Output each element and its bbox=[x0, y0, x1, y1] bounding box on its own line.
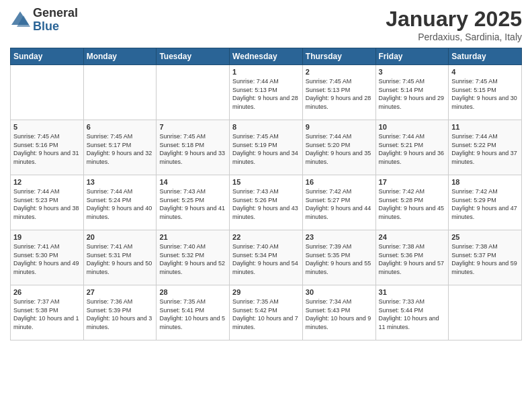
table-row: 13Sunrise: 7:44 AMSunset: 5:24 PMDayligh… bbox=[83, 175, 157, 230]
header-monday: Monday bbox=[83, 48, 157, 65]
day-number: 10 bbox=[379, 123, 446, 131]
header-wednesday: Wednesday bbox=[230, 48, 303, 65]
title-section: January 2025 Perdaxius, Sardinia, Italy bbox=[386, 7, 522, 42]
header-sunday: Sunday bbox=[11, 48, 84, 65]
day-number: 2 bbox=[306, 68, 373, 76]
day-number: 18 bbox=[451, 178, 519, 186]
table-row: 1Sunrise: 7:44 AMSunset: 5:13 PMDaylight… bbox=[230, 65, 303, 120]
day-info: Sunrise: 7:35 AMSunset: 5:41 PMDaylight:… bbox=[159, 298, 226, 331]
table-row: 17Sunrise: 7:42 AMSunset: 5:28 PMDayligh… bbox=[375, 175, 449, 230]
header-row: Sunday Monday Tuesday Wednesday Thursday… bbox=[11, 48, 522, 65]
day-info: Sunrise: 7:33 AMSunset: 5:44 PMDaylight:… bbox=[379, 298, 446, 331]
calendar-week-row: 5Sunrise: 7:45 AMSunset: 5:16 PMDaylight… bbox=[11, 120, 522, 175]
logo-blue: Blue bbox=[33, 20, 78, 34]
header-tuesday: Tuesday bbox=[157, 48, 230, 65]
day-number: 6 bbox=[87, 123, 154, 131]
day-number: 23 bbox=[306, 233, 373, 241]
calendar-header: Sunday Monday Tuesday Wednesday Thursday… bbox=[11, 48, 522, 65]
calendar-table: Sunday Monday Tuesday Wednesday Thursday… bbox=[10, 48, 522, 340]
table-row bbox=[157, 65, 230, 120]
table-row: 11Sunrise: 7:44 AMSunset: 5:22 PMDayligh… bbox=[449, 120, 522, 175]
day-number: 7 bbox=[159, 123, 226, 131]
day-info: Sunrise: 7:38 AMSunset: 5:36 PMDaylight:… bbox=[379, 242, 446, 276]
month-title: January 2025 bbox=[386, 7, 522, 32]
day-number: 4 bbox=[451, 68, 519, 76]
table-row: 6Sunrise: 7:45 AMSunset: 5:17 PMDaylight… bbox=[83, 120, 157, 175]
table-row: 7Sunrise: 7:45 AMSunset: 5:18 PMDaylight… bbox=[157, 120, 230, 175]
table-row: 21Sunrise: 7:40 AMSunset: 5:32 PMDayligh… bbox=[157, 230, 230, 285]
day-info: Sunrise: 7:38 AMSunset: 5:37 PMDaylight:… bbox=[451, 242, 519, 276]
day-info: Sunrise: 7:39 AMSunset: 5:35 PMDaylight:… bbox=[306, 242, 373, 276]
table-row: 4Sunrise: 7:45 AMSunset: 5:15 PMDaylight… bbox=[449, 65, 522, 120]
table-row: 25Sunrise: 7:38 AMSunset: 5:37 PMDayligh… bbox=[449, 230, 522, 285]
day-info: Sunrise: 7:37 AMSunset: 5:38 PMDaylight:… bbox=[13, 298, 81, 331]
day-info: Sunrise: 7:44 AMSunset: 5:20 PMDaylight:… bbox=[306, 132, 373, 166]
day-number: 26 bbox=[13, 288, 81, 296]
day-info: Sunrise: 7:41 AMSunset: 5:31 PMDaylight:… bbox=[87, 242, 154, 276]
day-number: 17 bbox=[379, 178, 446, 186]
day-number: 16 bbox=[306, 178, 373, 186]
day-info: Sunrise: 7:36 AMSunset: 5:39 PMDaylight:… bbox=[87, 298, 154, 331]
day-number: 28 bbox=[159, 288, 226, 296]
table-row: 26Sunrise: 7:37 AMSunset: 5:38 PMDayligh… bbox=[11, 285, 84, 340]
table-row: 19Sunrise: 7:41 AMSunset: 5:30 PMDayligh… bbox=[11, 230, 84, 285]
day-number: 31 bbox=[379, 288, 446, 296]
day-info: Sunrise: 7:44 AMSunset: 5:24 PMDaylight:… bbox=[87, 187, 154, 221]
day-number: 19 bbox=[13, 233, 81, 241]
table-row: 20Sunrise: 7:41 AMSunset: 5:31 PMDayligh… bbox=[83, 230, 157, 285]
day-info: Sunrise: 7:45 AMSunset: 5:13 PMDaylight:… bbox=[306, 77, 373, 111]
day-info: Sunrise: 7:35 AMSunset: 5:42 PMDaylight:… bbox=[232, 298, 300, 331]
table-row: 24Sunrise: 7:38 AMSunset: 5:36 PMDayligh… bbox=[375, 230, 449, 285]
table-row: 12Sunrise: 7:44 AMSunset: 5:23 PMDayligh… bbox=[11, 175, 84, 230]
table-row: 5Sunrise: 7:45 AMSunset: 5:16 PMDaylight… bbox=[11, 120, 84, 175]
calendar-week-row: 1Sunrise: 7:44 AMSunset: 5:13 PMDaylight… bbox=[11, 65, 522, 120]
day-info: Sunrise: 7:40 AMSunset: 5:32 PMDaylight:… bbox=[159, 242, 226, 276]
table-row: 31Sunrise: 7:33 AMSunset: 5:44 PMDayligh… bbox=[375, 285, 449, 340]
day-number: 30 bbox=[306, 288, 373, 296]
calendar-week-row: 12Sunrise: 7:44 AMSunset: 5:23 PMDayligh… bbox=[11, 175, 522, 230]
day-info: Sunrise: 7:45 AMSunset: 5:19 PMDaylight:… bbox=[232, 132, 300, 166]
page-container: General Blue January 2025 Perdaxius, Sar… bbox=[0, 0, 532, 411]
header-saturday: Saturday bbox=[449, 48, 522, 65]
table-row bbox=[11, 65, 84, 120]
table-row: 16Sunrise: 7:42 AMSunset: 5:27 PMDayligh… bbox=[302, 175, 375, 230]
day-info: Sunrise: 7:41 AMSunset: 5:30 PMDaylight:… bbox=[13, 242, 81, 276]
day-info: Sunrise: 7:44 AMSunset: 5:13 PMDaylight:… bbox=[232, 77, 300, 111]
calendar-body: 1Sunrise: 7:44 AMSunset: 5:13 PMDaylight… bbox=[11, 65, 522, 340]
header-friday: Friday bbox=[375, 48, 449, 65]
table-row: 9Sunrise: 7:44 AMSunset: 5:20 PMDaylight… bbox=[302, 120, 375, 175]
day-number: 12 bbox=[13, 178, 81, 186]
day-number: 8 bbox=[232, 123, 300, 131]
table-row: 8Sunrise: 7:45 AMSunset: 5:19 PMDaylight… bbox=[230, 120, 303, 175]
day-info: Sunrise: 7:45 AMSunset: 5:18 PMDaylight:… bbox=[159, 132, 226, 166]
logo-icon bbox=[10, 10, 30, 30]
day-info: Sunrise: 7:43 AMSunset: 5:25 PMDaylight:… bbox=[159, 187, 226, 221]
calendar-week-row: 26Sunrise: 7:37 AMSunset: 5:38 PMDayligh… bbox=[11, 285, 522, 340]
day-number: 20 bbox=[87, 233, 154, 241]
day-number: 15 bbox=[232, 178, 300, 186]
day-info: Sunrise: 7:45 AMSunset: 5:17 PMDaylight:… bbox=[87, 132, 154, 166]
table-row: 2Sunrise: 7:45 AMSunset: 5:13 PMDaylight… bbox=[302, 65, 375, 120]
table-row bbox=[449, 285, 522, 340]
table-row: 27Sunrise: 7:36 AMSunset: 5:39 PMDayligh… bbox=[83, 285, 157, 340]
page-header: General Blue January 2025 Perdaxius, Sar… bbox=[10, 7, 522, 42]
day-number: 24 bbox=[379, 233, 446, 241]
table-row: 22Sunrise: 7:40 AMSunset: 5:34 PMDayligh… bbox=[230, 230, 303, 285]
day-number: 22 bbox=[232, 233, 300, 241]
day-info: Sunrise: 7:40 AMSunset: 5:34 PMDaylight:… bbox=[232, 242, 300, 276]
day-number: 3 bbox=[379, 68, 446, 76]
day-number: 5 bbox=[13, 123, 81, 131]
day-info: Sunrise: 7:45 AMSunset: 5:14 PMDaylight:… bbox=[379, 77, 446, 111]
day-info: Sunrise: 7:45 AMSunset: 5:16 PMDaylight:… bbox=[13, 132, 81, 166]
day-info: Sunrise: 7:42 AMSunset: 5:28 PMDaylight:… bbox=[379, 187, 446, 221]
day-info: Sunrise: 7:44 AMSunset: 5:23 PMDaylight:… bbox=[13, 187, 81, 221]
day-info: Sunrise: 7:44 AMSunset: 5:22 PMDaylight:… bbox=[451, 132, 519, 166]
day-number: 1 bbox=[232, 68, 300, 76]
table-row: 29Sunrise: 7:35 AMSunset: 5:42 PMDayligh… bbox=[230, 285, 303, 340]
logo-text: General Blue bbox=[33, 7, 78, 34]
day-number: 11 bbox=[451, 123, 519, 131]
day-info: Sunrise: 7:44 AMSunset: 5:21 PMDaylight:… bbox=[379, 132, 446, 166]
day-info: Sunrise: 7:34 AMSunset: 5:43 PMDaylight:… bbox=[306, 298, 373, 331]
table-row: 15Sunrise: 7:43 AMSunset: 5:26 PMDayligh… bbox=[230, 175, 303, 230]
table-row: 3Sunrise: 7:45 AMSunset: 5:14 PMDaylight… bbox=[375, 65, 449, 120]
